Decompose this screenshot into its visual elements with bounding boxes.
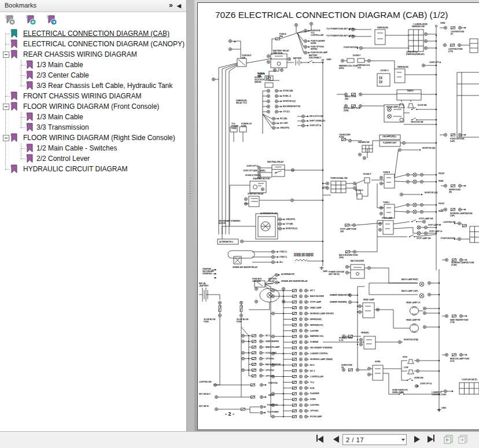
svg-text:(S4): (S4) [340,230,344,233]
svg-text:MONITOR-2(N): MONITOR-2(N) [425,192,437,194]
svg-text:A/C 1: A/C 1 [310,289,315,292]
svg-text:RADIO: RADIO [268,394,275,396]
bookmark-item[interactable]: ELECTRICAL CONNECTION DIAGRAM (CAB) [0,28,186,39]
svg-text:ECM: ECM [310,387,315,390]
bookmark-item[interactable]: 2/2 Control Lever [0,153,186,164]
svg-text:HORN SW: HORN SW [414,377,423,379]
svg-text:DECLUTCH SW: DECLUTCH SW [309,115,323,117]
svg-text:MONITOR-5(2): MONITOR-5(2) [283,100,296,102]
svg-text:(PARKING(R)RELAY): (PARKING(R)RELAY) [406,53,425,56]
bookmark-label: 3/3 Transmission [36,123,89,131]
tree-line [5,44,10,45]
svg-text:DOOR SW: DOOR SW [418,104,427,107]
panel-expand-icon[interactable]: » [169,1,174,9]
collapse-expander[interactable] [3,104,9,110]
svg-text:BACK LAMP LH(P): BACK LAMP LH(P) [401,290,418,292]
previous-page-button[interactable] [333,435,339,445]
bookmark-item[interactable]: 1/2 Main Cable - Switches [0,143,186,153]
page-number-input[interactable] [342,434,407,445]
bookmark-item[interactable]: 2/3 Center Cable [0,70,186,80]
page-dropdown-caret[interactable] [401,439,405,441]
svg-text:ALL: ALL [279,261,283,263]
previous-view-button[interactable] [443,435,455,444]
bookmark-item[interactable]: ELECTRICAL CONNECTION DIAGRAM (CANOPY) [0,39,186,49]
bookmark-item[interactable]: REAR CHASSIS WIRING DIAGRAM [0,49,186,60]
svg-text:COUPLER SW (P): COUPLER SW (P) [462,379,477,381]
svg-text:ALTERNATOR 24V: ALTERNATOR 24V [260,212,278,215]
svg-text:LIGHTING: LIGHTING [310,404,319,406]
svg-text:SHIFT UP(RELAY): SHIFT UP(RELAY) [309,120,325,122]
bookmark-item[interactable]: 1/3 Main Cable [0,112,186,122]
svg-text:JOINT-OPT-A: JOINT-OPT-A [420,383,432,385]
svg-text:A/C 2: A/C 2 [310,370,315,372]
bookmarks-list: ELECTRICAL CONNECTION DIAGRAM (CAB)ELECT… [0,28,186,431]
panel-collapse-icon[interactable]: ◀ [177,3,182,9]
bookmark-label: 1/3 Main Cable [36,113,83,121]
svg-text:RELAY, TCU: RELAY, TCU [236,102,247,104]
svg-text:HEAD LAMP LH: HEAD LAMP LH [406,302,421,304]
bookmark-item[interactable]: 1/3 Main Cable [0,60,186,70]
first-page-button[interactable] [316,435,323,445]
new-bookmark-button[interactable] [24,14,38,27]
bookmark-label: REAR CHASSIS WIRING DIAGRAM [23,50,137,58]
svg-text:HEAD(R): HEAD(R) [361,332,369,334]
bookmark-item[interactable]: FLOOR WIRING DIAGRAM (Front Console) [0,101,186,112]
svg-text:FLASHER UNIT: FLASHER UNIT [383,142,396,144]
svg-text:FLASHER: FLASHER [310,392,319,395]
bookmark-item[interactable]: FRONT CHASSIS WIRING DIAGRAM [0,91,186,101]
next-page-button[interactable] [414,435,420,445]
svg-text:(24(B)+24(B)): (24(B)+24(B)) [392,391,404,394]
delete-bookmark-button[interactable] [3,14,17,27]
bookmark-item[interactable]: HYDRAULIC CIRCUIT DIAGRAM [0,164,186,174]
svg-text:STOP LAMP SW: STOP LAMP SW [417,237,430,240]
svg-text:OPTION3: OPTION3 [266,369,274,372]
svg-text:MOTOR: MOTOR [219,222,226,225]
svg-text:HORN: HORN [311,42,316,45]
bookmarks-panel-header: Bookmarks » ◀ [0,0,186,12]
svg-text:ECM(L-3): ECM(L-3) [283,95,291,97]
svg-text:HI-BEAM: HI-BEAM [310,341,318,343]
bookmark-item[interactable]: 3/3 Transmission [0,122,186,133]
svg-text:FUSE: FUSE [204,321,209,323]
svg-text:FUSE: FUSE [231,127,237,130]
svg-text:LOW: LOW [404,366,408,369]
svg-text:TCU POWER: TCU POWER [267,411,279,413]
svg-text:DIODE-6(B): DIODE-6(B) [283,90,293,92]
svg-text:DIMMER SW(MONITOR): DIMMER SW(MONITOR) [330,294,351,296]
svg-text:PARKING(R): PARKING(R) [377,27,388,29]
svg-text:GND: GND [441,407,446,409]
svg-text:CONTROL FUSE: CONTROL FUSE [432,394,446,396]
svg-text:BATTERY: BATTERY [293,57,303,60]
svg-text:NEUTRAL RELAY: NEUTRAL RELAY [267,161,284,163]
svg-text:HEAD LAMP: HEAD LAMP [363,299,375,301]
tree-line [21,143,21,159]
svg-text:PARKING SW: PARKING SW [412,25,425,28]
bookmark-label: 2/2 Control Lever [36,155,90,163]
last-page-button[interactable] [428,435,434,445]
go-to-bookmark-button[interactable] [45,14,59,27]
svg-text:BUZZER(MONITOR): BUZZER(MONITOR) [283,105,300,108]
next-view-button[interactable] [458,435,469,444]
bookmark-item[interactable]: 3/3 Rear Chassis Left Cable, Hydraulic T… [0,80,186,91]
svg-text:HORN: HORN [310,398,316,401]
svg-text:ROOM LAMP: ROOM LAMP [310,416,322,418]
bookmark-item[interactable]: FLOOR WIRING DIAGRAM (Right Side Console… [0,133,186,143]
svg-text:TURN L: TURN L [383,201,390,204]
svg-text:DIODE-H: DIODE-H [355,189,363,192]
svg-text:(MEGR): (MEGR) [255,81,261,83]
svg-text:(25A): (25A) [339,256,344,259]
collapse-expander[interactable] [3,135,9,141]
svg-text:GND: GND [440,22,445,24]
svg-text:HAZARD SW: HAZARD SW [358,141,369,144]
page-navigation-toolbar [0,431,479,448]
svg-text:REAR: REAR [439,210,444,212]
svg-text:(H): (H) [341,366,344,369]
svg-text:WORKING LAMP (FRONT): WORKING LAMP (FRONT) [310,313,334,315]
svg-text:PARKING(R): PARKING(R) [397,66,408,68]
collapse-expander[interactable] [3,52,9,58]
bookmarks-toolbar [0,12,186,28]
svg-text:POSITION FUSE >: POSITION FUSE > [344,46,360,49]
svg-text:CONTROLLER: CONTROLLER [310,376,324,378]
svg-text:DIODE-P: DIODE-P [363,173,371,175]
svg-text:SEAT HEATER: SEAT HEATER [266,340,279,343]
